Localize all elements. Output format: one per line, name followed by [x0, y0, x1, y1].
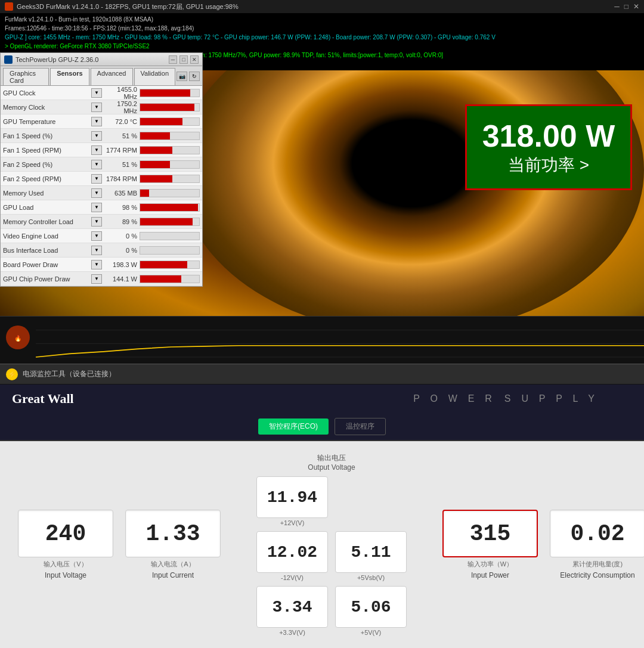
sensor-bar [140, 204, 198, 211]
v5-display: 5.06 [335, 586, 407, 628]
tab-temp-control[interactable]: 温控程序 [335, 418, 386, 435]
power-monitor-bar: ⚡ 电源监控工具（设备已连接） [0, 364, 644, 385]
gpuz-controls[interactable]: ─ □ ✕ [169, 55, 199, 64]
sensor-value: 635 MB [104, 190, 140, 197]
input-power-card: 315 输入功率（W） Input Power [442, 510, 538, 579]
electricity-display: 0.02 [550, 510, 644, 557]
furmark-icon [5, 2, 13, 11]
sensor-bar [140, 89, 190, 97]
sensor-value: 72.0 °C [104, 118, 140, 125]
svg-rect-2 [36, 317, 644, 364]
gpuz-maximize[interactable]: □ [179, 55, 188, 64]
input-current-value: 1.33 [145, 521, 200, 547]
info-line-1: FurMark v1.24.1.0 - Burn-in test, 1920x1… [5, 15, 639, 24]
sensor-dropdown-icon[interactable]: ▼ [91, 231, 102, 241]
gpuz-minimize[interactable]: ─ [169, 55, 177, 64]
gpuz-camera-icon[interactable]: 📷 [177, 72, 187, 81]
gpuz-refresh-icon[interactable]: ↻ [189, 72, 200, 81]
sensor-dropdown-icon[interactable]: ▼ [91, 188, 102, 198]
sensor-value: 1455.0 MHz [104, 86, 140, 100]
sensor-bar-container [140, 203, 200, 212]
electricity-unit-cn: 累计使用电量(度) [572, 560, 623, 569]
power-label: 当前功率 > [479, 154, 618, 176]
v12-display: 11.94 [256, 476, 328, 518]
sensor-value: 144.1 W [104, 275, 140, 283]
sensor-label: Bus Interface Load [3, 247, 91, 254]
v33-value: 3.34 [272, 598, 312, 616]
sensor-dropdown-icon[interactable]: ▼ [91, 131, 102, 141]
input-current-unit-cn: 输入电流（A） [151, 560, 194, 569]
sensor-dropdown-icon[interactable]: ▼ [91, 203, 102, 212]
input-current-card: 1.33 输入电流（A） Input Current [125, 510, 221, 579]
sensor-dropdown-icon[interactable]: ▼ [91, 160, 102, 169]
output-voltage-row-2: 12.02 -12V(V) 5.11 +5Vsb(V) [256, 531, 407, 581]
tab-graphics-card[interactable]: Graphics Card [3, 68, 49, 85]
info-line-3: GPU-Z ] core: 1455 MHz - mem: 1750 MHz -… [5, 33, 639, 42]
v5sb-value: 5.11 [351, 543, 391, 562]
sensor-row: Memory Used▼635 MB [1, 186, 202, 200]
info-line-2: Frames:120546 - time:30:18:56 - FPS:182 … [5, 24, 639, 33]
furmark-title: Geeks3D FurMark v1.24.1.0 - 182FPS, GPU1… [17, 2, 239, 11]
tab-validation[interactable]: Validation [134, 68, 176, 85]
sensor-row: GPU Chip Power Draw▼144.1 W [1, 272, 202, 286]
sensor-bar [140, 190, 149, 197]
vm12-display: 12.02 [256, 531, 328, 573]
sensor-value: 0 % [104, 247, 140, 254]
sensor-dropdown-icon[interactable]: ▼ [91, 145, 102, 155]
sensor-bar [140, 147, 172, 154]
ps-letter-p: P O W E R [413, 393, 494, 404]
gw-logo: Great Wall [12, 391, 74, 407]
sensor-row: Video Engine Load▼0 % [1, 229, 202, 243]
sensor-dropdown-icon[interactable]: ▼ [91, 274, 102, 284]
tab-sensors[interactable]: Sensors [50, 68, 89, 85]
input-power-unit-en: Input Power [471, 571, 509, 579]
sensor-dropdown-icon[interactable]: ▼ [91, 246, 102, 255]
power-bar-text: 电源监控工具（设备已连接） [23, 369, 116, 379]
sensor-bar-container [140, 132, 200, 140]
minimize-button[interactable]: ─ [614, 2, 620, 11]
tab-advanced[interactable]: Advanced [91, 68, 133, 85]
sensor-dropdown-icon[interactable]: ▼ [91, 174, 102, 184]
sensor-dropdown-icon[interactable]: ▼ [91, 103, 102, 112]
sensor-dropdown-icon[interactable]: ▼ [91, 260, 102, 269]
window-controls[interactable]: ─ □ ✕ [614, 2, 639, 11]
v5-value: 5.06 [351, 598, 391, 616]
v12-unit: +12V(V) [280, 519, 305, 526]
svg-text:🔥: 🔥 [14, 334, 22, 342]
sensor-value: 51 % [104, 161, 140, 168]
input-current-unit-en: Input Current [152, 571, 194, 579]
vm12-value: 12.02 [267, 543, 317, 562]
sensor-row: Bus Interface Load▼0 % [1, 243, 202, 258]
input-current-display: 1.33 [125, 510, 221, 557]
gpuz-titlebar: TechPowerUp GPU-Z 2.36.0 ─ □ ✕ [1, 53, 202, 66]
sensor-label: Fan 2 Speed (%) [3, 161, 91, 168]
tab-eco[interactable]: 智控程序(ECO) [258, 418, 329, 435]
v33-display: 3.34 [256, 586, 328, 628]
sensor-row: GPU Clock▼1455.0 MHz [1, 86, 202, 100]
electricity-unit-en: Electricity Consumption [560, 571, 634, 579]
sensor-bar-container [140, 146, 200, 154]
sensor-label: GPU Chip Power Draw [3, 275, 91, 283]
sensor-bar-container [140, 232, 200, 240]
sensor-label: Memory Controller Load [3, 218, 91, 225]
close-button[interactable]: ✕ [633, 2, 639, 11]
sensor-bar-container [140, 89, 200, 97]
v5-unit: +5V(V) [361, 629, 382, 636]
vm12-unit: -12V(V) [281, 574, 304, 581]
sensor-bar [140, 118, 182, 125]
input-power-display: 315 [442, 510, 538, 557]
sensor-label: Memory Clock [3, 104, 91, 111]
sensor-dropdown-icon[interactable]: ▼ [91, 88, 102, 98]
sensor-bar-container [140, 175, 200, 183]
maximize-button[interactable]: □ [624, 2, 628, 11]
temp-graph [36, 317, 644, 364]
input-voltage-display: 240 [18, 510, 113, 557]
sensor-dropdown-icon[interactable]: ▼ [91, 217, 102, 227]
sensor-row: Fan 1 Speed (RPM)▼1774 RPM [1, 143, 202, 157]
sensor-dropdown-icon[interactable]: ▼ [91, 117, 102, 126]
sensor-value: 1750.2 MHz [104, 100, 140, 114]
sensor-label: Board Power Draw [3, 261, 91, 268]
gpuz-close[interactable]: ✕ [190, 55, 199, 64]
sensor-row: Memory Controller Load▼89 % [1, 215, 202, 229]
v5sb-unit: +5Vsb(V) [357, 574, 385, 581]
